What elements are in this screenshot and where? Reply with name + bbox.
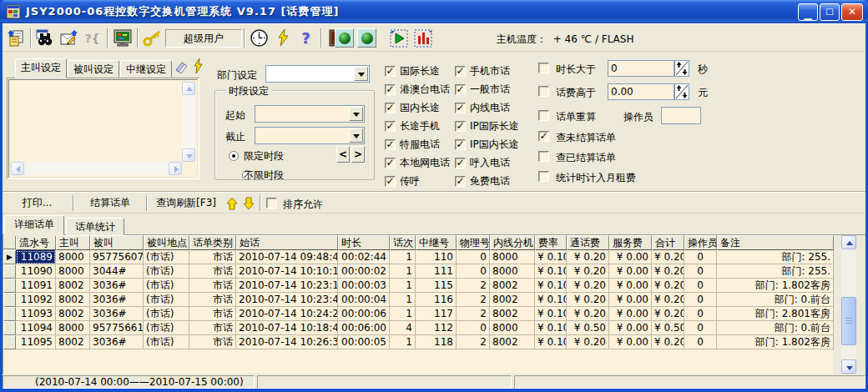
table-cell[interactable]: 95775661# (90, 321, 144, 335)
table-cell[interactable]: 1 (390, 250, 416, 264)
table-cell[interactable]: ¥ 0.50 (567, 321, 609, 335)
call-type-checkbox[interactable]: ✓ (455, 103, 466, 113)
table-cell[interactable]: 部门: 0.前台 (717, 293, 834, 307)
clock-button[interactable] (249, 28, 270, 48)
minimize-button[interactable]: ▁ (798, 3, 818, 21)
table-cell[interactable]: 8000 (490, 264, 535, 279)
table-cell[interactable]: 3036# (90, 335, 144, 349)
row-indicator[interactable] (3, 293, 16, 307)
table-cell[interactable]: 95775607# (90, 250, 144, 264)
table-cell[interactable]: 2010-07-14 10:23:45 (236, 293, 338, 307)
table-cell[interactable]: 8000 (490, 250, 535, 264)
tab-trunk-setting[interactable]: 中继设定 (120, 60, 172, 78)
maximize-button[interactable]: □ (820, 3, 840, 21)
column-header[interactable]: 被叫 (90, 235, 144, 250)
table-cell[interactable]: ¥ 0.20 (567, 335, 609, 349)
table-cell[interactable]: ¥ 0.20 (567, 307, 609, 321)
table-cell[interactable]: 4 (390, 321, 416, 335)
table-cell[interactable]: (市话) (144, 321, 189, 335)
row-indicator[interactable] (3, 279, 16, 293)
table-cell[interactable]: ¥ 0.20 (652, 293, 684, 307)
column-header[interactable]: 通话费 (567, 235, 609, 250)
table-cell[interactable]: 0 (457, 264, 490, 279)
caller-list-box[interactable] (7, 78, 199, 179)
unsettled-checkbox[interactable]: ✓ (538, 131, 549, 142)
table-cell[interactable]: 3036# (90, 307, 144, 321)
table-cell[interactable]: 2010-07-14 10:18:45 (236, 321, 338, 335)
call-type-checkbox[interactable]: ✓ (385, 121, 396, 132)
refresh-bolt-icon[interactable] (193, 58, 203, 75)
table-cell[interactable]: 116 (416, 293, 457, 307)
table-cell[interactable]: 00:00:03 (338, 279, 390, 293)
table-cell[interactable]: ¥ 0.20 (567, 279, 609, 293)
table-cell[interactable]: ¥ 0.20 (652, 279, 684, 293)
call-type-checkbox[interactable]: ✓ (455, 139, 466, 150)
table-cell[interactable]: 1 (390, 293, 416, 307)
call-type-checkbox[interactable]: ✓ (455, 121, 466, 132)
table-cell[interactable]: 11092 (16, 293, 56, 307)
table-cell[interactable]: 8002 (490, 279, 535, 293)
operator-input[interactable] (661, 107, 701, 124)
spinner-updown-icon[interactable] (674, 60, 689, 77)
table-cell[interactable]: 8000 (490, 321, 535, 335)
table-cell[interactable]: 8002 (490, 335, 535, 349)
table-cell[interactable]: 1 (390, 335, 416, 349)
table-cell[interactable]: ¥ 0.00 (609, 250, 652, 264)
column-header[interactable]: 话单类别 (189, 235, 236, 250)
table-cell[interactable]: ¥ 0.20 (652, 307, 684, 321)
table-cell[interactable]: 市话 (189, 250, 236, 264)
table-cell[interactable]: 部门: 0.前台 (717, 321, 834, 335)
column-header[interactable]: 费率 (535, 235, 567, 250)
table-cell[interactable]: 112 (416, 321, 457, 335)
column-header[interactable]: 时长 (338, 235, 390, 250)
table-cell[interactable]: 115 (416, 279, 457, 293)
list-vertical-scrollbar[interactable] (182, 82, 195, 162)
tab-bill-statistics[interactable]: 话单统计 (66, 218, 124, 235)
column-header[interactable]: 话次 (390, 235, 416, 250)
column-header[interactable]: 物理号 (457, 235, 490, 250)
monthly-fee-checkbox[interactable] (538, 171, 549, 182)
table-cell[interactable]: 00:00:06 (338, 307, 390, 321)
fee-input[interactable]: 0.00 (608, 83, 674, 100)
table-cell[interactable]: ¥ 0.20 (567, 250, 609, 264)
table-cell[interactable]: 8000 (56, 250, 90, 264)
billing-setup-button[interactable] (5, 28, 26, 48)
table-cell[interactable]: ¥ 0.10 (535, 279, 567, 293)
department-select[interactable] (265, 65, 370, 83)
call-type-checkbox[interactable]: ✓ (455, 158, 466, 168)
table-cell[interactable]: 11093 (16, 307, 56, 321)
list-horizontal-scrollbar[interactable] (11, 162, 182, 175)
refresh-button[interactable]: 查询刷新[F3] (149, 194, 224, 212)
column-header[interactable]: 备注 (717, 235, 834, 250)
table-cell[interactable]: 00:06:00 (338, 321, 390, 335)
table-cell[interactable]: 8002 (56, 335, 90, 349)
table-cell[interactable]: 部门: 255. (717, 250, 834, 264)
dropdown-arrow-icon[interactable] (349, 128, 363, 143)
column-header[interactable]: 主叫 (56, 235, 90, 250)
table-cell[interactable]: ¥ 0.00 (609, 264, 652, 279)
duration-filter-checkbox[interactable] (538, 63, 549, 73)
table-cell[interactable]: 117 (416, 307, 457, 321)
table-cell[interactable]: ¥ 0.00 (609, 335, 652, 349)
eraser-icon[interactable] (174, 60, 189, 75)
table-cell[interactable]: 0 (684, 335, 717, 349)
table-cell[interactable]: 111 (416, 264, 457, 279)
quick-action-button[interactable] (272, 28, 293, 48)
table-cell[interactable]: (市话) (144, 293, 189, 307)
table-cell[interactable]: 2010-07-14 10:10:10 (236, 264, 338, 279)
call-type-checkbox[interactable]: ✓ (455, 176, 466, 187)
column-header[interactable]: 始话 (236, 235, 338, 250)
run-query-button[interactable] (388, 28, 409, 48)
table-cell[interactable]: 2010-07-14 09:48:45 (236, 250, 338, 264)
search-button[interactable] (35, 28, 56, 48)
table-cell[interactable]: ¥ 0.10 (535, 250, 567, 264)
column-header[interactable]: 中继号 (416, 235, 457, 250)
limited-period-radio[interactable] (229, 151, 239, 161)
table-cell[interactable]: 8002 (56, 307, 90, 321)
current-row-indicator[interactable]: ▶ (3, 250, 16, 264)
login-button[interactable] (142, 28, 163, 48)
table-cell[interactable]: 11091 (16, 279, 56, 293)
close-button[interactable]: ✕ (841, 3, 863, 21)
end-datetime-combo[interactable]: 2010-07-15 00:00 (255, 127, 365, 144)
table-cell[interactable]: 8002 (490, 293, 535, 307)
